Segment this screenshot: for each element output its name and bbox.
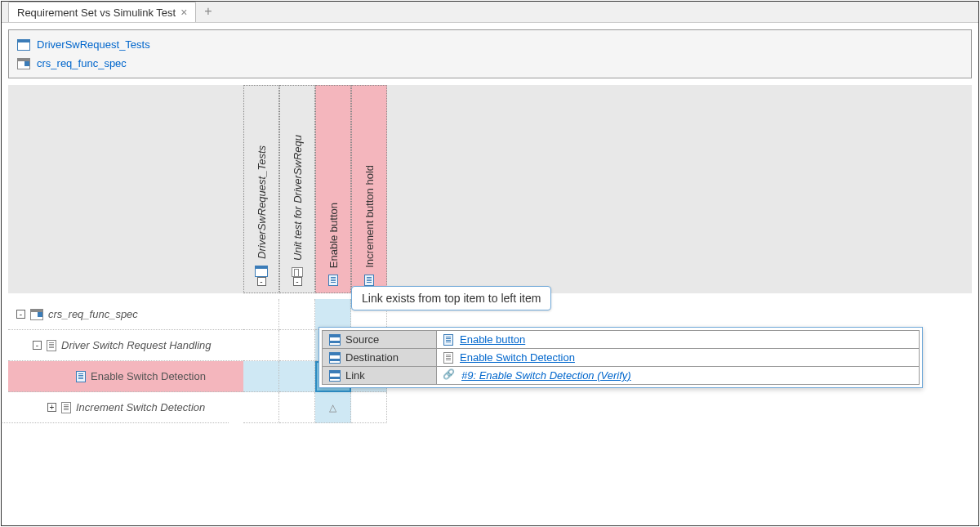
column-headers: DriverSwRequest_Tests - Unit test for Dr…	[243, 85, 387, 293]
tree-row-increment-switch[interactable]: + Increment Switch Detection	[1, 392, 229, 423]
add-tab-button[interactable]: +	[196, 1, 220, 22]
tooltip-text: Link exists from top item to left item	[362, 292, 541, 305]
collapse-toggle[interactable]: -	[16, 310, 25, 319]
row-label: Increment Switch Detection	[76, 401, 205, 413]
matrix-cell[interactable]	[243, 299, 279, 330]
collapse-toggle[interactable]: -	[293, 277, 302, 286]
expand-toggle[interactable]: +	[47, 403, 56, 412]
column-header[interactable]: Unit test for DriverSwRequ -	[279, 85, 315, 293]
column-header-increment[interactable]: Increment button hold	[351, 85, 387, 293]
cell-row: △	[243, 392, 387, 423]
rollup-indicator-icon: △	[329, 402, 336, 413]
column-label: Unit test for DriverSwRequ	[292, 132, 304, 261]
requirement-icon	[61, 402, 71, 413]
reqset-icon	[17, 58, 30, 69]
testsuite-icon	[292, 267, 303, 277]
tree-row-enable-switch[interactable]: Enable Switch Detection	[8, 361, 243, 392]
testfile-icon	[255, 266, 268, 277]
matrix-cell[interactable]	[279, 392, 315, 423]
requirement-icon	[76, 371, 86, 382]
column-header[interactable]: DriverSwRequest_Tests -	[243, 85, 279, 293]
grid-icon	[329, 352, 341, 364]
link-details-panel: Source Enable button Destination	[318, 327, 923, 388]
matrix-cell[interactable]	[279, 330, 315, 361]
close-icon[interactable]: ×	[180, 7, 187, 18]
requirement-icon	[443, 352, 453, 364]
column-label: Increment button hold	[363, 162, 376, 268]
details-table: Source Enable button Destination	[322, 330, 920, 385]
details-row-destination: Destination Enable Switch Detection	[323, 349, 920, 367]
link-tooltip: Link exists from top item to left item	[351, 286, 551, 310]
testfile-icon	[17, 39, 30, 51]
details-row-link: Link #9: Enable Switch Detection (Verify…	[323, 367, 920, 385]
tab-requirement-matrix[interactable]: Requirement Set vs Simulink Test ×	[8, 2, 196, 22]
grid-icon	[329, 334, 341, 346]
details-source-label: Source	[345, 333, 379, 346]
artifact-item-tests[interactable]: DriverSwRequest_Tests	[17, 35, 963, 54]
row-label: crs_req_func_spec	[48, 308, 138, 320]
collapse-toggle[interactable]: -	[33, 341, 42, 350]
collapse-toggle[interactable]: -	[257, 277, 266, 286]
matrix-cell[interactable]	[243, 392, 279, 423]
column-label: Enable button	[327, 199, 340, 268]
details-row-source: Source Enable button	[323, 331, 920, 349]
matrix-cell[interactable]	[243, 361, 279, 392]
app-window: Requirement Set vs Simulink Test × + Dri…	[1, 1, 979, 526]
tree-row[interactable]: - Driver Switch Request Handling	[8, 330, 243, 361]
row-tree: - crs_req_func_spec - Driver Switch Requ…	[8, 299, 243, 423]
column-label: DriverSwRequest_Tests	[256, 142, 268, 259]
column-header-bg	[8, 85, 972, 293]
artifact-link[interactable]: DriverSwRequest_Tests	[37, 38, 150, 51]
artifact-link[interactable]: crs_req_func_spec	[37, 57, 127, 69]
matrix-cell[interactable]: △	[315, 392, 351, 423]
grid-icon	[329, 370, 341, 382]
column-header-enable[interactable]: Enable button	[315, 85, 351, 293]
testcase-icon	[364, 275, 374, 286]
reqset-icon	[30, 309, 43, 320]
artifact-item-reqset[interactable]: crs_req_func_spec	[17, 54, 963, 73]
details-link-link[interactable]: #9: Enable Switch Detection (Verify)	[461, 369, 631, 382]
details-source-link[interactable]: Enable button	[460, 333, 525, 346]
details-destination-label: Destination	[345, 351, 399, 364]
details-destination-link[interactable]: Enable Switch Detection	[460, 351, 575, 364]
testcase-icon	[443, 334, 453, 346]
tab-label: Requirement Set vs Simulink Test	[17, 7, 176, 19]
tree-row-root[interactable]: - crs_req_func_spec	[8, 299, 243, 330]
row-label: Driver Switch Request Handling	[61, 339, 212, 351]
testcase-icon	[328, 275, 338, 286]
matrix-cell[interactable]	[279, 361, 315, 392]
details-link-label: Link	[345, 369, 365, 382]
matrix-cell[interactable]	[351, 392, 387, 423]
tab-bar: Requirement Set vs Simulink Test × +	[2, 2, 978, 23]
link-icon	[443, 370, 455, 382]
row-label: Enable Switch Detection	[91, 370, 206, 382]
matrix-cell[interactable]	[243, 330, 279, 361]
artifact-panel: DriverSwRequest_Tests crs_req_func_spec	[8, 29, 972, 78]
matrix-cell[interactable]	[279, 299, 315, 330]
requirement-icon	[47, 340, 56, 351]
